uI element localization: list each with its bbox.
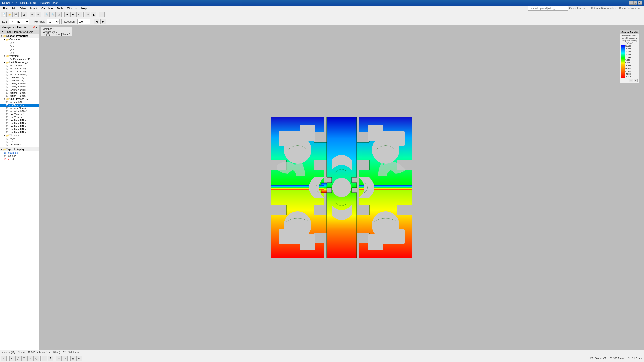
window-controls[interactable]: ─ □ × xyxy=(629,1,642,5)
open-btn[interactable]: 📂 xyxy=(7,12,13,17)
location-input[interactable] xyxy=(77,19,90,24)
stop-btn[interactable]: ✕ xyxy=(99,12,105,17)
tree-display-off[interactable]: ✕ Off xyxy=(0,158,39,161)
tree-z[interactable]: z xyxy=(0,44,39,48)
menu-calculate[interactable]: Calculate xyxy=(39,6,55,11)
zoom-out-btn[interactable]: 🔍 xyxy=(50,12,56,17)
separator8 xyxy=(61,19,62,24)
tree-yz-txy-my[interactable]: τxy (My = 1kNm) xyxy=(0,82,39,85)
menu-file[interactable]: File xyxy=(1,6,10,11)
tree-uv-tuv-my[interactable]: τuv (My = 1kNm) xyxy=(0,119,39,122)
text-tool[interactable]: T xyxy=(48,356,53,361)
dim-tool[interactable]: ↔ xyxy=(42,356,47,361)
snap-grid-tool[interactable]: ⊞ xyxy=(70,356,76,361)
color-legend: Surface Properties: Unit Stresses u,v σx… xyxy=(620,34,639,83)
tree-warping-wsc[interactable]: Ordinates wSC xyxy=(0,58,39,61)
tree-stress-sxtot[interactable]: σx,tot xyxy=(0,137,39,140)
pointer-tool[interactable]: ↖ xyxy=(1,356,7,361)
tree-yz-txz-mx[interactable]: τxz (Mx = 1kNm) xyxy=(0,94,39,97)
snap-node-tool[interactable]: ⊛ xyxy=(76,356,82,361)
tree-v[interactable]: v xyxy=(0,51,39,54)
tree-uv-txu-my[interactable]: τxu (My = 1kNm) xyxy=(0,122,39,125)
tree-display-isolines[interactable]: Isolines xyxy=(0,154,39,158)
tree-yz-txy-vy[interactable]: τxy (Vy = 1kN) xyxy=(0,76,39,79)
formula-info: σx (My = 1kNm) [N/mm²] xyxy=(43,33,70,36)
new-btn[interactable]: 📄 xyxy=(1,12,7,17)
menu-insert[interactable]: Insert xyxy=(28,6,39,11)
prev-btn[interactable]: ◀ xyxy=(94,19,99,24)
close-btn[interactable]: × xyxy=(638,1,642,5)
node-tool[interactable]: ⊙ xyxy=(9,356,15,361)
member-combo[interactable]: 1 xyxy=(47,19,60,24)
zoom-in-btn[interactable]: 🔍 xyxy=(44,12,50,17)
circle-tool[interactable]: ○ xyxy=(27,356,33,361)
control-panel-close[interactable]: × xyxy=(636,31,638,33)
tree-yz-txz-mz[interactable]: τxz (Mz = 1kNm) xyxy=(0,91,39,94)
tree-ordinates[interactable]: ▼ 📁 Ordinates xyxy=(0,38,39,41)
separator5 xyxy=(83,12,84,17)
tree-yz-txz-my[interactable]: τxz (My = 1kNm) xyxy=(0,85,39,88)
tree-uv-sxmy[interactable]: σx (My = 1kNm) xyxy=(0,104,39,107)
menu-help[interactable]: Help xyxy=(79,6,89,11)
polygon-tool[interactable]: ⬡ xyxy=(33,356,39,361)
separator2 xyxy=(28,12,28,17)
tree-uv-sxn[interactable]: σx (N = 1kN) xyxy=(0,101,39,104)
tree-uv-sxmw[interactable]: σx (Mω = 1kNm²) xyxy=(0,110,39,113)
nav-pin-btn[interactable]: 📌 xyxy=(33,26,35,29)
opening-tool[interactable]: □ xyxy=(62,356,68,361)
menu-view[interactable]: View xyxy=(18,6,28,11)
tree-uv-txu-vz[interactable]: τxu (Vz = 1kN) xyxy=(0,116,39,119)
fit-btn[interactable]: ⊡ xyxy=(56,12,62,17)
tree-warping[interactable]: ▼ 📁 Warping xyxy=(0,54,39,58)
select-btn[interactable]: ✦ xyxy=(64,12,70,17)
tree-uv-tuv-mz[interactable]: τuv (Mz = 1kNm) xyxy=(0,125,39,128)
rotate-btn[interactable]: ↻ xyxy=(76,12,82,17)
legend-title: Surface Properties: Unit Stresses u,v xyxy=(621,34,638,39)
tree-yz-sxn[interactable]: σx (N = 1kN) xyxy=(0,64,39,67)
legend-table-btn[interactable]: ≡ xyxy=(634,79,638,82)
undo-btn[interactable]: ↩ xyxy=(30,12,35,17)
settings-btn[interactable]: ⚙ xyxy=(85,12,90,17)
arc-tool[interactable]: ⌒ xyxy=(21,356,27,361)
tree-stresses[interactable]: ▼ 📁 Stresses xyxy=(0,134,39,137)
tree-yz-sxmw[interactable]: σx (Mω = 1kNm²) xyxy=(0,73,39,76)
save-btn[interactable]: 💾 xyxy=(13,12,19,17)
member-info: Member: 1 xyxy=(43,28,70,30)
legend-settings-btn[interactable]: ⚙ xyxy=(629,79,633,82)
tree-yz-txz-vz[interactable]: τxz (Vz = 1kN) xyxy=(0,79,39,82)
tree-yz-sxmy[interactable]: σx (My = 1kNm) xyxy=(0,67,39,70)
nav-close-btn[interactable]: × xyxy=(36,26,37,29)
control-panel-header: Control Panel × xyxy=(620,30,639,34)
move-btn[interactable]: ✥ xyxy=(70,12,76,17)
line-tool[interactable]: ╱ xyxy=(15,356,21,361)
tree-y[interactable]: y xyxy=(0,41,39,44)
section-properties-group[interactable]: ▼ 📁 Section Properties xyxy=(0,34,39,38)
menu-edit[interactable]: Edit xyxy=(10,6,18,11)
tree-stress-txs[interactable]: τxs xyxy=(0,140,39,143)
tree-unit-stress-yz[interactable]: ▼ 📁 Unit Stresses y,z xyxy=(0,61,39,64)
minimize-btn[interactable]: ─ xyxy=(629,1,633,5)
tree-uv-sxmz[interactable]: σx (Mz = 1kNm) xyxy=(0,107,39,110)
tree-u[interactable]: u xyxy=(0,48,39,51)
lc-combo[interactable]: N + My xyxy=(9,19,29,24)
canvas-area[interactable]: Member: 1 Location: 0.0 σx (My = 1kNm) [… xyxy=(39,25,644,350)
tree-display-isobands[interactable]: Isobands xyxy=(0,151,39,154)
redo-btn[interactable]: ↪ xyxy=(36,12,41,17)
type-of-display-group[interactable]: ▼ 📁 Type of display xyxy=(0,147,39,151)
next-btn[interactable]: ▶ xyxy=(100,19,106,24)
tree-uv-tuv-vy[interactable]: τuv (Vy = 1kN) xyxy=(0,113,39,116)
region-tool[interactable]: ▭ xyxy=(56,356,62,361)
menu-window[interactable]: Window xyxy=(65,6,79,11)
tree-uv-txu-mx[interactable]: τxu (Mx = 1kNm) xyxy=(0,131,39,134)
tree-unit-stress-uv[interactable]: ▼ 📁 Unit Stresses u,v xyxy=(0,97,39,101)
display-btn[interactable]: ◧ xyxy=(91,12,96,17)
tree-stress-eqv[interactable]: τeqv/Mises xyxy=(0,143,39,146)
menu-tools[interactable]: Tools xyxy=(55,6,65,11)
navigator-title: Navigator - Results xyxy=(2,26,27,29)
keyword-search-input[interactable] xyxy=(528,6,568,11)
maximize-btn[interactable]: □ xyxy=(633,1,637,5)
tree-yz-txy-mz[interactable]: τxy (Mz = 1kNm) xyxy=(0,88,39,91)
tree-yz-sxmz[interactable]: σx (Mz = 1kNm) xyxy=(0,70,39,73)
tree-uv-txu-mz[interactable]: τxu (Mz = 1kNm) xyxy=(0,128,39,131)
print-btn[interactable]: 🖨 xyxy=(21,12,27,17)
